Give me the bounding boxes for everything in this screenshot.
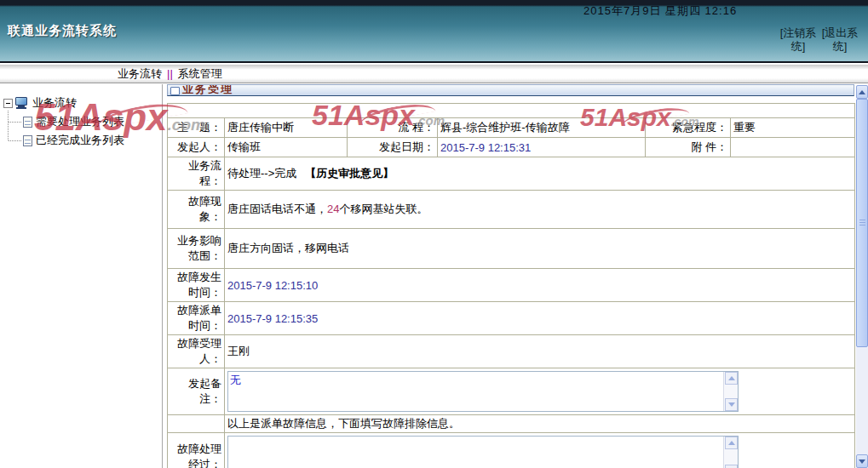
panel-title: 业务受理	[182, 84, 233, 96]
table-row: 主 题： 唐庄传输中断 流 程： 辉县-综合维护班-传输故障 紧急程度： 重要	[168, 118, 855, 138]
table-row: 故障派单时间： 2015-7-9 12:15:35	[168, 302, 855, 335]
work-order-form: 主 题： 唐庄传输中断 流 程： 辉县-综合维护班-传输故障 紧急程度： 重要 …	[167, 103, 855, 468]
panel-form-icon	[170, 87, 180, 95]
textarea-scrollbar[interactable]	[723, 437, 738, 468]
navigation-tree: 业务流转 需要处理业务列表 已经完成业务列表	[0, 84, 162, 150]
remark-cell: 无	[225, 368, 855, 415]
scroll-up-icon[interactable]	[725, 372, 738, 385]
urgency-label: 紧急程度：	[646, 118, 731, 138]
panel-header: 业务受理	[167, 84, 854, 96]
acceptor-value: 王刚	[225, 335, 855, 368]
empty-top-row	[168, 104, 855, 118]
subject-label: 主 题：	[168, 118, 225, 138]
start-date-value: 2015-7-9 12:15:31	[438, 138, 646, 157]
process-value: 辉县-综合维护班-传输故障	[438, 118, 646, 138]
table-row: 业务影响范围： 唐庄方向固话，移网电话	[168, 229, 855, 269]
impact-value: 唐庄方向固话，移网电话	[225, 229, 855, 269]
scroll-down-icon[interactable]	[725, 398, 738, 411]
table-row: 故障受理人： 王刚	[168, 335, 855, 368]
scrollbar-down-icon[interactable]	[856, 454, 868, 468]
menu-bar: 业务流转 || 系统管理	[0, 65, 868, 83]
tree-item-label: 已经完成业务列表	[36, 133, 124, 148]
logout-system-link[interactable]: [注销系统]	[778, 26, 819, 54]
table-row: 发起人： 传输班 发起日期： 2015-7-9 12:15:31 附 件：	[168, 138, 855, 157]
tree-collapse-icon[interactable]	[3, 99, 13, 108]
info-label-spacer	[168, 415, 225, 433]
menu-separator: ||	[167, 67, 173, 80]
phenomenon-text-post: 个移网基站失联。	[339, 203, 428, 215]
tree-item-pending-list[interactable]: 需要处理业务列表	[0, 112, 162, 131]
app-title: 联通业务流转系统	[8, 23, 117, 39]
table-row: 发起备注： 无	[168, 368, 855, 415]
table-row: 业务流程： 待处理-->完成【历史审批意见】	[168, 157, 855, 191]
handling-textarea-frame	[227, 436, 739, 468]
start-date-label: 发起日期：	[348, 138, 438, 157]
phenomenon-number: 24	[327, 203, 339, 215]
scrollbar-thumb[interactable]	[856, 99, 868, 347]
tree-item-completed-list[interactable]: 已经完成业务列表	[0, 131, 162, 150]
scroll-down-icon[interactable]	[725, 465, 738, 468]
page: 2015年7月9日 星期四 12:16 联通业务流转系统 [注销系统] [退出系…	[0, 0, 868, 468]
phenomenon-label: 故障现象：	[168, 191, 225, 229]
process-label: 流 程：	[348, 118, 438, 138]
subject-value: 唐庄传输中断	[225, 118, 348, 138]
remark-label: 发起备注：	[168, 368, 225, 415]
tree-root-label: 业务流转	[32, 95, 77, 111]
document-icon	[23, 117, 32, 128]
tree-item-label: 需要处理业务列表	[36, 114, 124, 129]
attachment-label: 附 件：	[646, 138, 731, 157]
urgency-value: 重要	[731, 118, 855, 138]
phenomenon-cell: 唐庄固话电话不通，24个移网基站失联。	[225, 191, 855, 229]
vertical-scrollbar[interactable]	[856, 85, 868, 468]
occur-time-value: 2015-7-9 12:15:10	[225, 269, 855, 302]
remark-textarea-frame: 无	[227, 371, 739, 412]
computer-icon	[15, 97, 29, 109]
phenomenon-text-pre: 唐庄固话电话不通，	[227, 203, 327, 215]
impact-label: 业务影响范围：	[168, 229, 225, 269]
tree-root-business-flow[interactable]: 业务流转	[0, 94, 162, 112]
table-row: 故障现象： 唐庄固话电话不通，24个移网基站失联。	[168, 191, 855, 229]
document-icon	[23, 135, 32, 146]
handling-label: 故障处理经过：	[168, 433, 225, 468]
initiator-label: 发起人：	[168, 138, 225, 157]
datetime-text: 2015年7月9日 星期四 12:16	[583, 3, 737, 19]
info-text: 以上是派单故障信息，下面填写故障排除信息。	[225, 415, 855, 433]
table-row: 以上是派单故障信息，下面填写故障排除信息。	[168, 415, 855, 433]
handling-textarea[interactable]	[228, 437, 722, 468]
tree-connector-stub	[9, 122, 21, 123]
dispatch-time-value: 2015-7-9 12:15:35	[225, 302, 855, 335]
exit-system-link[interactable]: [退出系统]	[819, 26, 860, 54]
scrollbar-up-icon[interactable]	[856, 85, 868, 99]
tree-connector-stub	[9, 140, 21, 141]
textarea-scrollbar[interactable]	[723, 372, 738, 411]
sidebar-divider	[162, 84, 163, 468]
flow-value: 待处理-->完成	[227, 167, 296, 180]
menu-item-system-admin[interactable]: 系统管理	[178, 66, 222, 82]
scroll-up-icon[interactable]	[725, 437, 738, 449]
table-row: 故障处理经过：	[168, 433, 855, 468]
remark-textarea[interactable]: 无	[228, 372, 722, 409]
table-row	[168, 104, 855, 118]
flow-cell: 待处理-->完成【历史审批意见】	[225, 157, 855, 191]
table-row: 故障发生时间： 2015-7-9 12:15:10	[168, 269, 855, 302]
attachment-value	[731, 138, 855, 157]
handling-cell	[225, 433, 855, 468]
sidebar: 业务流转 需要处理业务列表 已经完成业务列表	[0, 84, 162, 468]
dispatch-time-label: 故障派单时间：	[168, 302, 225, 335]
acceptor-label: 故障受理人：	[168, 335, 225, 368]
flow-label: 业务流程：	[168, 157, 225, 191]
menu-item-business-flow[interactable]: 业务流转	[118, 66, 162, 82]
top-banner: 2015年7月9日 星期四 12:16 联通业务流转系统 [注销系统] [退出系…	[0, 0, 868, 63]
history-approval-link[interactable]: 【历史审批意见】	[305, 167, 394, 180]
tree-connector-line	[8, 111, 9, 140]
occur-time-label: 故障发生时间：	[168, 269, 225, 302]
initiator-value: 传输班	[225, 138, 348, 157]
